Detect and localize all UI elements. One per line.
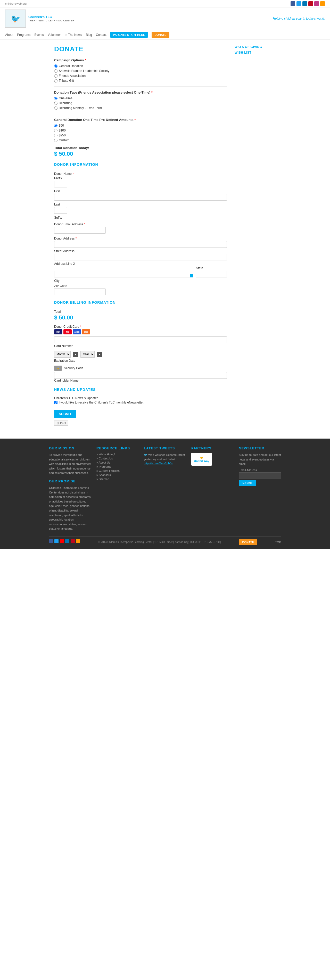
nav-blog[interactable]: Blog: [86, 33, 92, 37]
amount-radio-custom[interactable]: [54, 139, 57, 142]
sidebar-ways-giving[interactable]: WAYS OF GIVING: [234, 45, 276, 49]
footer-resource-col: RESOURCE LINKS We're Hiring! Contact Us …: [96, 446, 139, 531]
nav-about[interactable]: About: [5, 33, 13, 37]
footer-li-icon[interactable]: [65, 539, 69, 543]
month-select[interactable]: Month: [54, 351, 71, 358]
footer-tweets-col: LATEST TWEETS 🐦 Who watched Sesame Stree…: [144, 446, 186, 531]
resource-link-contact[interactable]: Contact Us: [96, 457, 139, 460]
year-arrow-btn[interactable]: ▼: [97, 352, 102, 357]
newsletter-email-label: Email Address: [239, 468, 281, 472]
email-label: Donor Email Address *: [54, 223, 227, 226]
top-link[interactable]: TOP: [275, 541, 281, 544]
security-row: 🔒 Security Code: [54, 366, 227, 371]
resource-link-hiring[interactable]: We're Hiring!: [96, 453, 139, 456]
campaign-tribute: Tribute Gift: [54, 79, 227, 83]
amount-50: $50: [54, 124, 227, 127]
visa-icon: VISA: [54, 329, 62, 334]
dtype-radio-onetime[interactable]: [54, 97, 57, 100]
amount-radio-50[interactable]: [54, 124, 57, 127]
card-label: Donor Credit Card *: [54, 325, 227, 328]
total-label: Total Donation Today:: [54, 146, 227, 150]
site-url: childrensweb.org: [5, 2, 27, 5]
newsletter-submit-btn[interactable]: SUBMIT: [239, 480, 256, 486]
state-input[interactable]: [196, 271, 227, 277]
cardholder-label: Cardholder Name: [54, 379, 227, 382]
card-number-input[interactable]: [54, 336, 227, 343]
campaign-radio-shawsie[interactable]: [54, 69, 57, 73]
twitter-icon[interactable]: [297, 1, 301, 6]
year-select[interactable]: Year: [80, 351, 95, 358]
last-input[interactable]: [54, 207, 67, 214]
tweet-text: Who watched Sesame Street yesterday and …: [144, 453, 185, 461]
submit-button[interactable]: SUBMIT: [54, 410, 76, 418]
address2-input[interactable]: [54, 254, 227, 260]
nav-volunteer[interactable]: Volunteer: [48, 33, 61, 37]
resource-link-sitemap[interactable]: Sitemap: [96, 477, 139, 480]
email-input[interactable]: [54, 227, 106, 234]
resource-link-families[interactable]: Current Families: [96, 469, 139, 473]
resource-link-about[interactable]: About Us: [96, 461, 139, 464]
campaign-radio-general[interactable]: [54, 64, 57, 68]
prefix-group: Prefix: [54, 177, 227, 188]
first-input[interactable]: [54, 194, 227, 200]
rss-icon[interactable]: [320, 1, 325, 6]
address2-group: [54, 254, 227, 260]
dtype-fixed: Recurring Monthly - Fixed Term: [54, 106, 227, 110]
newsletter-checkbox[interactable]: [54, 401, 57, 404]
footer-pi-icon[interactable]: [71, 539, 75, 543]
amex-icon: AMEX: [73, 329, 81, 334]
expand-btn[interactable]: [190, 274, 193, 277]
last-group: Last: [54, 203, 227, 214]
footer-yt-icon[interactable]: [60, 539, 64, 543]
instagram-icon[interactable]: [314, 1, 319, 6]
amount-radio-250[interactable]: [54, 134, 57, 137]
security-input[interactable]: [54, 372, 227, 379]
nav-programs[interactable]: Programs: [17, 33, 30, 37]
newsletter-checkbox-group: I would like to receive the Children's T…: [54, 401, 227, 404]
footer-tw-icon[interactable]: [54, 539, 59, 543]
page-title: DONATE: [54, 45, 227, 53]
campaign-radio-tribute[interactable]: [54, 79, 57, 83]
nav-news[interactable]: In The News: [65, 33, 82, 37]
nav-donate-btn[interactable]: DONATE: [151, 32, 170, 38]
dtype-radio-fixed[interactable]: [54, 107, 57, 110]
nav-parents-btn[interactable]: PARENTS START HERE: [110, 32, 147, 38]
amount-radio-100[interactable]: [54, 129, 57, 132]
footer-fb-icon[interactable]: [49, 539, 53, 543]
footer-donate-btn[interactable]: DONATE: [239, 539, 257, 545]
header: 🐦 Children's TLC THERAPEUTIC LEARNING CE…: [0, 8, 330, 30]
content-area: DONATE Campaign Options * General Donati…: [54, 45, 227, 426]
print-button[interactable]: 🖨 Print: [54, 420, 68, 426]
resource-heading: RESOURCE LINKS: [96, 446, 139, 450]
mission-heading: OUR MISSION: [49, 446, 91, 450]
promise-heading: OUR PROMISE: [49, 479, 91, 483]
sidebar-wish-list[interactable]: WISH LIST: [234, 51, 276, 54]
mission-text: To provide therapeutic and educational s…: [49, 453, 91, 476]
city-input[interactable]: [54, 271, 193, 277]
facebook-icon[interactable]: [290, 1, 295, 6]
resource-link-programs[interactable]: Programs: [96, 465, 139, 468]
logo-area: 🐦 Children's TLC THERAPEUTIC LEARNING CE…: [5, 10, 75, 28]
campaign-radio-friends[interactable]: [54, 74, 57, 78]
expiration-label: Expiration Date: [54, 359, 227, 363]
linkedin-icon[interactable]: [303, 1, 307, 6]
state-wrapper: State: [196, 266, 227, 277]
street-input[interactable]: [54, 241, 227, 248]
footer-bottom-row: © 2014 Children's Therapeutic Learning C…: [49, 539, 281, 545]
dtype-radio-recurring[interactable]: [54, 102, 57, 105]
main-container: DONATE Campaign Options * General Donati…: [49, 40, 281, 431]
nav-contact[interactable]: Contact: [96, 33, 107, 37]
resource-link-sponsors[interactable]: Sponsors: [96, 473, 139, 476]
united-way-logo: 🤝 United Way: [194, 456, 209, 463]
tweet-link[interactable]: http://tlc.ms/Xem2pb8s: [144, 462, 173, 465]
newsletter-email-input[interactable]: [239, 473, 281, 479]
last-label: Last: [54, 203, 227, 206]
nav-events[interactable]: Events: [34, 33, 44, 37]
footer-rss-icon[interactable]: [76, 539, 80, 543]
prefix-input[interactable]: [54, 181, 67, 188]
zip-input[interactable]: [54, 288, 106, 295]
discover-icon: DISC: [82, 329, 90, 334]
footer-partners-col: PARTNERS 🤝 United Way: [191, 446, 234, 531]
pinterest-icon[interactable]: [308, 1, 313, 6]
month-arrow-btn[interactable]: ▼: [73, 352, 78, 357]
